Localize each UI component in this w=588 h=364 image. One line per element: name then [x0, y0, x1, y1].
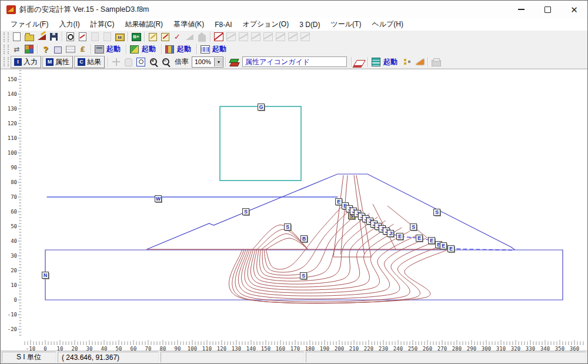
slope-mode-8-button[interactable] — [299, 31, 311, 42]
page-button-2[interactable] — [101, 31, 113, 42]
branch-button[interactable]: ⇄ — [11, 44, 23, 55]
pan-hand-button[interactable] — [122, 56, 135, 68]
save-as-button[interactable] — [35, 31, 48, 42]
layers-icon — [230, 58, 238, 66]
help-button[interactable]: ? — [39, 44, 52, 55]
zoom-out-button[interactable] — [159, 56, 172, 68]
tree-list-button[interactable] — [401, 56, 413, 68]
menu-input[interactable]: 入力(I) — [54, 18, 85, 31]
slope-mode-2-button[interactable] — [225, 31, 237, 42]
status-bar: S I 単位 ( 243.646, 91.367) — [1, 350, 587, 363]
menu-3d[interactable]: 3 D(D) — [294, 19, 325, 30]
launch-machine-button[interactable]: 起動 — [106, 44, 121, 54]
attribute-icon-guide-box[interactable]: 属性アイコンガイド — [242, 56, 347, 67]
menu-options[interactable]: オプション(O) — [237, 18, 294, 31]
menu-criteria[interactable]: 基準値(K) — [168, 18, 209, 31]
menu-tools[interactable]: ツール(T) — [326, 18, 367, 31]
svg-text:J: J — [389, 231, 392, 236]
slope-mode-6-button[interactable] — [274, 31, 286, 42]
zoom-in-button[interactable] — [147, 56, 159, 68]
window-title: 斜面の安定計算 Ver.15 - SampleD3.f8m — [19, 5, 149, 15]
svg-text:80: 80 — [11, 179, 17, 185]
menu-help[interactable]: ヘルプ(H) — [366, 18, 409, 31]
page-button-1[interactable] — [89, 31, 101, 42]
pound-button[interactable]: £ — [76, 44, 89, 55]
attribute-marker-S[interactable]: S — [300, 273, 308, 280]
attribute-marker-N[interactable]: N — [42, 272, 50, 280]
slope-mode-3-button[interactable] — [237, 31, 249, 42]
attribute-marker-E[interactable]: E — [429, 238, 436, 245]
attribute-marker-S[interactable]: S — [243, 209, 250, 216]
input-view-button[interactable]: I入力 — [11, 56, 41, 68]
attribute-marker-E[interactable]: E — [416, 235, 424, 243]
launch-wave-button[interactable]: 起動 — [212, 44, 226, 54]
launch-grid-button[interactable] — [370, 56, 382, 68]
check-button[interactable]: ✓ — [171, 31, 183, 42]
menu-results[interactable]: 結果確認(R) — [119, 18, 168, 31]
attribute-marker-S[interactable]: S — [434, 209, 442, 217]
zoom-level-combobox[interactable]: 100% ▼ — [192, 56, 223, 68]
menu-file[interactable]: ファイル(F) — [5, 18, 54, 31]
attribute-marker-E[interactable]: E — [448, 246, 456, 253]
attribute-view-button[interactable]: M属性 — [42, 56, 73, 68]
slope-mode-4-button[interactable] — [249, 31, 262, 42]
minimize-button[interactable] — [508, 1, 534, 18]
attribute-marker-E[interactable]: E — [397, 233, 405, 241]
select-move-button[interactable] — [110, 56, 122, 68]
slope-mode-7-button[interactable] — [286, 31, 299, 42]
svg-text:50: 50 — [11, 223, 17, 229]
calculator-button[interactable] — [113, 31, 126, 42]
status-segment-empty — [161, 352, 304, 363]
attribute-layers-button[interactable] — [228, 56, 240, 68]
edit-note-red-button[interactable] — [159, 31, 171, 42]
zoom-window-button[interactable] — [135, 56, 147, 68]
attribute-marker-J[interactable]: J — [387, 231, 395, 238]
slope-mode-1-button[interactable] — [212, 31, 225, 42]
b-plus-button[interactable]: B+ — [130, 31, 142, 42]
menu-f8ai[interactable]: F8-AI — [209, 19, 237, 30]
slope-gray-button[interactable] — [183, 31, 196, 42]
card-button[interactable] — [64, 44, 76, 55]
drawing-canvas[interactable]: -20-100102030405060708090100110120130140… — [1, 69, 587, 352]
result-view-button[interactable]: C結果 — [74, 56, 105, 68]
svg-text:150: 150 — [8, 76, 17, 82]
launch-chart-button[interactable]: 起動 — [142, 44, 156, 54]
launch-wave-button[interactable] — [199, 44, 211, 55]
zoom-level-value: 100% — [192, 58, 214, 65]
attribute-marker-S[interactable]: S — [410, 224, 418, 232]
cursor-coordinates: ( 243.646, 91.367) — [58, 352, 159, 363]
slope-mode-5-button[interactable] — [262, 31, 274, 42]
launch-machine-button[interactable] — [93, 44, 105, 55]
svg-text:40: 40 — [11, 238, 17, 244]
toolbar-grip[interactable] — [4, 57, 9, 66]
attribute-marker-B[interactable]: B — [301, 236, 309, 243]
result-view-button-label: 結果 — [87, 57, 101, 67]
toolbar-grip[interactable] — [4, 45, 9, 54]
maximize-button[interactable] — [534, 1, 561, 18]
attribute-marker-W[interactable]: W — [155, 196, 163, 203]
save-button[interactable] — [48, 31, 60, 42]
slope-mode-6-icon — [276, 32, 285, 41]
attribute-marker-G[interactable]: G — [258, 104, 266, 112]
palette-button[interactable] — [23, 44, 35, 55]
home-button[interactable] — [196, 31, 208, 42]
menu-calc[interactable]: 計算(C) — [85, 18, 120, 31]
page-edit-button[interactable] — [76, 31, 89, 42]
new-file-button[interactable] — [11, 31, 23, 42]
toolbar-grip[interactable] — [4, 32, 9, 42]
launch-multi-chart-button[interactable] — [163, 44, 176, 55]
attribute-marker-E[interactable]: E — [440, 243, 448, 251]
eraser-button[interactable] — [353, 56, 366, 68]
print-button[interactable] — [430, 56, 442, 68]
edit-note-button[interactable] — [146, 31, 159, 42]
attribute-marker-S[interactable]: S — [285, 224, 292, 232]
combobox-dropdown-button[interactable]: ▼ — [214, 58, 223, 66]
cube-3d-button[interactable] — [52, 44, 64, 55]
close-button[interactable]: ✕ — [561, 1, 587, 18]
launch-multi-chart-button[interactable]: 起動 — [177, 44, 191, 54]
slope-wedge-button[interactable] — [413, 56, 426, 68]
open-file-button[interactable] — [23, 31, 35, 42]
launch-chart-button[interactable] — [128, 44, 141, 55]
launch-grid-label[interactable]: 起動 — [383, 57, 397, 67]
print-preview-button[interactable] — [64, 31, 76, 42]
